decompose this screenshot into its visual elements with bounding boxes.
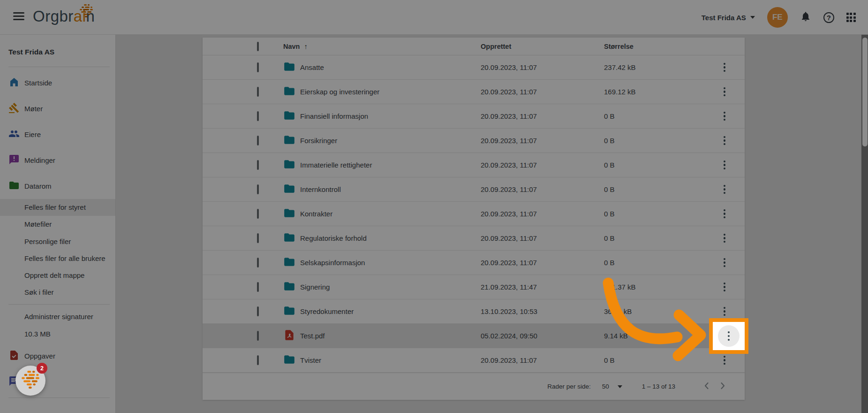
- assistant-widget-button[interactable]: 2: [15, 366, 45, 396]
- brain-logo-icon: [22, 373, 39, 389]
- scrollbar-thumb[interactable]: [862, 38, 868, 146]
- page-scrollbar[interactable]: [861, 35, 868, 413]
- notification-badge: 2: [37, 363, 47, 374]
- row-actions-kebab-button[interactable]: [718, 325, 740, 347]
- tutorial-highlight-box: [709, 318, 748, 354]
